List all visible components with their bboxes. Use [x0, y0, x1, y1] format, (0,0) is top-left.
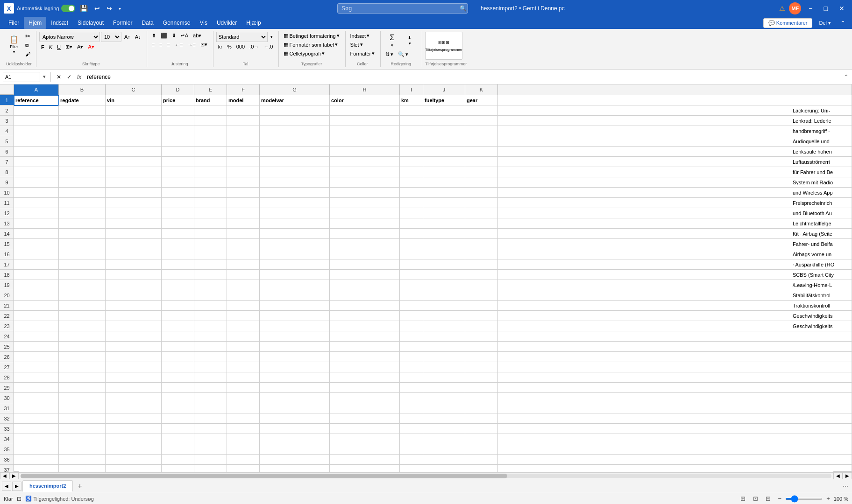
cell-k12[interactable]	[465, 208, 498, 218]
cell-c23[interactable]	[106, 321, 162, 331]
cell-overflow31[interactable]	[498, 403, 852, 413]
cell-f37[interactable]	[227, 465, 260, 472]
row-header-36[interactable]: 36	[0, 455, 14, 465]
cell-h29[interactable]	[330, 383, 400, 393]
cell-overflow21[interactable]	[498, 301, 852, 311]
cell-j1[interactable]: fueltype	[423, 95, 465, 105]
cell-e6[interactable]	[194, 147, 227, 157]
cell-a7[interactable]	[14, 157, 59, 167]
cell-j29[interactable]	[423, 383, 465, 393]
cell-h27[interactable]	[330, 362, 400, 372]
align-left-btn[interactable]: ≡	[150, 41, 156, 49]
inc-decimal-btn[interactable]: .0→	[248, 43, 261, 50]
cell-g25[interactable]	[260, 342, 330, 352]
cell-d6[interactable]	[162, 147, 194, 157]
cell-a3[interactable]	[14, 116, 59, 126]
border-button[interactable]: ⊞▾	[64, 43, 74, 51]
cell-i28[interactable]	[400, 372, 423, 383]
zoom-out-btn[interactable]: −	[776, 494, 784, 503]
cell-j28[interactable]	[423, 372, 465, 383]
cell-k5[interactable]	[465, 136, 498, 147]
cell-h18[interactable]	[330, 270, 400, 280]
cell-c35[interactable]	[106, 444, 162, 455]
cell-f1[interactable]: model	[227, 95, 260, 105]
cell-overflow6[interactable]	[498, 147, 852, 157]
cell-e22[interactable]	[194, 311, 227, 321]
cell-e5[interactable]	[194, 136, 227, 147]
cell-b11[interactable]	[59, 198, 106, 208]
cell-overflow27[interactable]	[498, 362, 852, 372]
cell-i29[interactable]	[400, 383, 423, 393]
cell-a37[interactable]	[14, 465, 59, 472]
row-header-23[interactable]: 23	[0, 321, 14, 331]
cell-overflow20[interactable]	[498, 290, 852, 301]
cell-a32[interactable]	[14, 413, 59, 424]
row-header-9[interactable]: 9	[0, 177, 14, 188]
cell-g8[interactable]	[260, 167, 330, 177]
cell-k25[interactable]	[465, 342, 498, 352]
undo-button[interactable]: ↩	[92, 4, 102, 13]
col-header-a[interactable]: A	[14, 84, 59, 95]
cell-b7[interactable]	[59, 157, 106, 167]
cell-b30[interactable]	[59, 393, 106, 403]
cell-i9[interactable]	[400, 177, 423, 188]
cell-d18[interactable]	[162, 270, 194, 280]
cell-b31[interactable]	[59, 403, 106, 413]
cell-i26[interactable]	[400, 352, 423, 362]
cell-f19[interactable]	[227, 280, 260, 290]
cell-c26[interactable]	[106, 352, 162, 362]
cell-i6[interactable]	[400, 147, 423, 157]
cell-j32[interactable]	[423, 413, 465, 424]
cell-g32[interactable]	[260, 413, 330, 424]
cell-k26[interactable]	[465, 352, 498, 362]
format-painter-button[interactable]: 🖌	[23, 50, 32, 58]
cell-h16[interactable]	[330, 249, 400, 259]
cell-e10[interactable]	[194, 188, 227, 198]
cell-a13[interactable]	[14, 218, 59, 229]
cell-a28[interactable]	[14, 372, 59, 383]
cell-h32[interactable]	[330, 413, 400, 424]
cell-b15[interactable]	[59, 239, 106, 249]
cell-e7[interactable]	[194, 157, 227, 167]
cell-f21[interactable]	[227, 301, 260, 311]
cell-i36[interactable]	[400, 455, 423, 465]
cell-k20[interactable]	[465, 290, 498, 301]
cell-d17[interactable]	[162, 259, 194, 270]
cell-h19[interactable]	[330, 280, 400, 290]
cell-a15[interactable]	[14, 239, 59, 249]
cell-a1[interactable]: reference	[14, 95, 59, 105]
cell-a27[interactable]	[14, 362, 59, 372]
cell-k32[interactable]	[465, 413, 498, 424]
menu-vis[interactable]: Vis	[195, 17, 212, 29]
formula-input[interactable]	[85, 73, 841, 81]
search-input[interactable]	[337, 3, 468, 14]
cell-k22[interactable]	[465, 311, 498, 321]
ribbon-expand-button[interactable]: ⌃	[838, 18, 848, 28]
cell-overflow30[interactable]	[498, 393, 852, 403]
cell-g15[interactable]	[260, 239, 330, 249]
cell-g23[interactable]	[260, 321, 330, 331]
cell-b35[interactable]	[59, 444, 106, 455]
cell-i5[interactable]	[400, 136, 423, 147]
row-header-22[interactable]: 22	[0, 311, 14, 321]
cell-b10[interactable]	[59, 188, 106, 198]
cell-overflow9[interactable]	[498, 177, 852, 188]
cell-b13[interactable]	[59, 218, 106, 229]
cell-e36[interactable]	[194, 455, 227, 465]
cell-a2[interactable]	[14, 105, 59, 116]
cell-c33[interactable]	[106, 424, 162, 434]
cell-k21[interactable]	[465, 301, 498, 311]
cell-f11[interactable]	[227, 198, 260, 208]
cell-f7[interactable]	[227, 157, 260, 167]
col-header-b[interactable]: B	[59, 84, 106, 95]
cell-f25[interactable]	[227, 342, 260, 352]
cell-j25[interactable]	[423, 342, 465, 352]
cell-g7[interactable]	[260, 157, 330, 167]
cell-c15[interactable]	[106, 239, 162, 249]
page-break-btn[interactable]: ⊟	[764, 494, 773, 503]
cell-d14[interactable]	[162, 229, 194, 239]
minimize-button[interactable]: −	[805, 3, 816, 14]
cell-e17[interactable]	[194, 259, 227, 270]
thousands-btn[interactable]: 000	[234, 43, 247, 50]
cell-overflow22[interactable]	[498, 311, 852, 321]
